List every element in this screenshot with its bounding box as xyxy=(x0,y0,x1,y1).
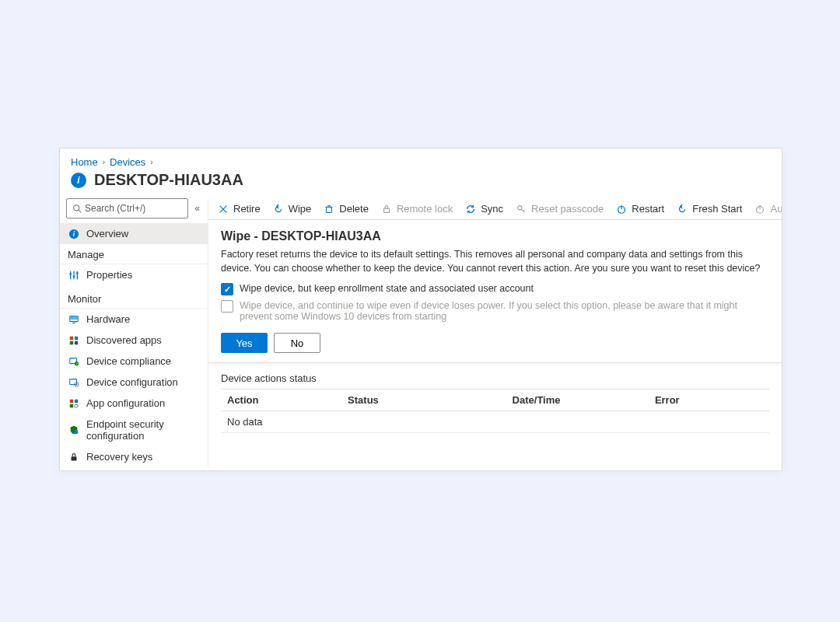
restart-button[interactable]: Restart xyxy=(616,203,664,215)
svg-point-7 xyxy=(69,272,72,274)
checkbox-icon[interactable] xyxy=(221,283,233,295)
svg-point-26 xyxy=(74,430,78,434)
sidebar-item-label: Overview xyxy=(86,228,128,239)
col-action[interactable]: Action xyxy=(221,390,341,411)
svg-rect-38 xyxy=(383,208,389,212)
device-actions-status: Device actions status Action Status Date… xyxy=(208,363,782,441)
sidebar-item-label: App configuration xyxy=(86,397,165,409)
svg-rect-27 xyxy=(71,456,76,460)
remote-lock-button: Remote lock xyxy=(381,203,453,215)
lock-icon xyxy=(68,451,79,463)
no-data-cell: No data xyxy=(221,411,769,433)
undo-icon xyxy=(273,204,284,215)
sidebar-item-label: Hardware xyxy=(86,313,130,325)
svg-rect-22 xyxy=(69,399,72,402)
page-title: DESKTOP-HIAU3AA xyxy=(94,171,243,189)
search-input-wrapper[interactable] xyxy=(66,198,188,218)
app-config-icon xyxy=(68,397,79,409)
svg-line-1 xyxy=(79,210,81,212)
table-title: Device actions status xyxy=(221,372,769,384)
wipe-dialog: Wipe - DESKTOP-HIAU3AA Factory reset ret… xyxy=(208,220,782,363)
svg-rect-14 xyxy=(74,336,77,339)
command-bar: Retire Wipe Delete Remote lock Sync xyxy=(208,198,782,220)
retire-button[interactable]: Retire xyxy=(218,203,261,215)
sidebar-item-overview[interactable]: i Overview xyxy=(60,223,208,244)
device-blade: Home › Devices › i DESKTOP-HIAU3AA « i xyxy=(59,148,782,471)
sliders-icon xyxy=(68,269,79,281)
sidebar-item-hardware[interactable]: Hardware xyxy=(60,309,208,330)
sidebar-item-label: Recovery keys xyxy=(86,451,152,463)
checkbox-label: Wipe device, and continue to wipe even i… xyxy=(240,300,769,322)
lock-icon xyxy=(381,204,392,215)
power-icon xyxy=(754,204,765,215)
dialog-body: Factory reset returns the device to its … xyxy=(221,248,769,275)
main-pane: Retire Wipe Delete Remote lock Sync xyxy=(208,198,782,466)
sidebar-section-monitor: Monitor xyxy=(60,288,208,309)
col-datetime[interactable]: Date/Time xyxy=(506,390,649,411)
sidebar-section-manage: Manage xyxy=(60,244,208,264)
wipe-button[interactable]: Wipe xyxy=(273,203,312,215)
svg-point-25 xyxy=(74,404,77,407)
svg-rect-23 xyxy=(74,399,77,402)
refresh-icon xyxy=(677,204,688,215)
no-button[interactable]: No xyxy=(274,333,320,353)
sidebar-collapse-button[interactable]: « xyxy=(193,201,201,215)
svg-rect-24 xyxy=(69,404,72,407)
delete-button[interactable]: Delete xyxy=(324,203,369,215)
search-icon xyxy=(72,203,83,215)
sidebar-item-label: Device configuration xyxy=(86,376,178,388)
col-error[interactable]: Error xyxy=(649,390,769,411)
autopilot-reset-button: Autopilot Reset xyxy=(754,203,782,215)
yes-button[interactable]: Yes xyxy=(221,333,268,353)
wipe-continue-on-power-loss-option: Wipe device, and continue to wipe even i… xyxy=(221,300,769,322)
sidebar-item-label: Properties xyxy=(86,269,132,281)
search-input[interactable] xyxy=(83,202,183,215)
sync-button[interactable]: Sync xyxy=(465,203,503,215)
svg-rect-13 xyxy=(69,336,72,339)
reset-passcode-button: Reset passcode xyxy=(516,203,604,215)
breadcrumb-devices[interactable]: Devices xyxy=(110,156,145,168)
info-icon: i xyxy=(71,173,86,188)
dialog-title: Wipe - DESKTOP-HIAU3AA xyxy=(221,229,769,243)
compliance-icon xyxy=(68,355,79,367)
sync-icon xyxy=(465,204,476,215)
sidebar-item-endpoint-security[interactable]: Endpoint security configuration xyxy=(60,414,208,446)
sidebar-item-app-configuration[interactable]: App configuration xyxy=(60,393,208,414)
sidebar-item-device-compliance[interactable]: Device compliance xyxy=(60,351,208,372)
chevron-right-icon: › xyxy=(103,158,105,166)
sidebar-item-device-configuration[interactable]: Device configuration xyxy=(60,372,208,393)
sidebar: « i Overview Manage Properties Monitor xyxy=(60,198,208,466)
col-status[interactable]: Status xyxy=(341,390,506,411)
power-icon xyxy=(616,204,627,215)
sidebar-item-user-experience[interactable]: User experience xyxy=(60,467,208,471)
sidebar-item-label: Device compliance xyxy=(86,355,171,367)
svg-rect-15 xyxy=(69,341,72,344)
breadcrumb: Home › Devices › xyxy=(60,149,782,171)
status-table: Action Status Date/Time Error No data xyxy=(221,389,769,433)
svg-point-8 xyxy=(72,275,75,278)
wipe-keep-enrollment-option[interactable]: Wipe device, but keep enrollment state a… xyxy=(221,283,769,295)
checkbox-icon xyxy=(221,300,233,313)
svg-point-21 xyxy=(75,383,77,385)
svg-point-9 xyxy=(76,272,79,274)
table-header-row: Action Status Date/Time Error xyxy=(221,390,769,411)
sidebar-item-properties[interactable]: Properties xyxy=(60,264,208,285)
svg-point-0 xyxy=(74,204,79,210)
shield-icon xyxy=(68,425,79,436)
sidebar-item-label: Discovered apps xyxy=(86,334,162,346)
svg-rect-35 xyxy=(327,207,332,212)
key-icon xyxy=(516,204,527,215)
device-config-icon xyxy=(68,376,79,388)
sidebar-item-label: Endpoint security configuration xyxy=(86,418,200,442)
info-circle-icon: i xyxy=(68,228,79,239)
sidebar-item-recovery-keys[interactable]: Recovery keys xyxy=(60,446,208,467)
checkbox-label: Wipe device, but keep enrollment state a… xyxy=(240,283,534,294)
fresh-start-button[interactable]: Fresh Start xyxy=(677,203,742,215)
svg-rect-16 xyxy=(74,341,77,344)
sidebar-item-discovered-apps[interactable]: Discovered apps xyxy=(60,330,208,351)
svg-rect-11 xyxy=(69,316,78,319)
x-icon xyxy=(218,204,229,215)
table-row: No data xyxy=(221,411,769,433)
breadcrumb-home[interactable]: Home xyxy=(71,156,98,168)
svg-point-18 xyxy=(74,362,78,365)
